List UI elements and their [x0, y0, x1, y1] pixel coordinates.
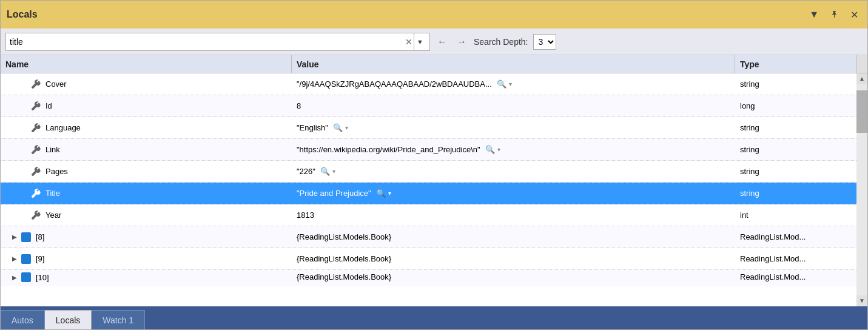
- cell-value-8: {ReadingList.Models.Book}: [292, 230, 735, 244]
- col-header-type: Type: [735, 55, 856, 73]
- col-header-value: Value: [292, 55, 735, 73]
- table-row[interactable]: Id 8 long: [1, 95, 856, 117]
- table-body: Cover "/9j/4AAQSkZJRgABAQAAAQABAAD/2wBDA…: [1, 73, 856, 306]
- cell-name-cover: Cover: [1, 77, 292, 92]
- pin-button[interactable]: 🖈: [827, 8, 843, 21]
- dropdown-value-icon[interactable]: ▾: [388, 190, 391, 197]
- scroll-down-arrow[interactable]: ▼: [856, 295, 867, 306]
- scroll-thumb[interactable]: [856, 90, 867, 133]
- cell-type-8: ReadingList.Mod...: [735, 230, 856, 244]
- cell-value-link: "https://en.wikipedia.org/wiki/Pride_and…: [292, 143, 735, 157]
- window-title: Locals: [7, 9, 38, 20]
- cell-type-link: string: [735, 143, 856, 157]
- search-bar: ✕ ▼ ← → Search Depth: 3 1 2 4 5: [1, 29, 867, 55]
- search-input-wrapper: ✕ ▼: [5, 33, 430, 51]
- cube-icon: [21, 254, 31, 264]
- wrench-icon: [31, 145, 41, 155]
- wrench-icon: [31, 123, 41, 133]
- cell-type-language: string: [735, 121, 856, 135]
- cell-type-cover: string: [735, 77, 856, 91]
- cell-value-cover: "/9j/4AAQSkZJRgABAQAAAQABAAD/2wBDAAUDBA.…: [292, 77, 735, 91]
- nav-back-button[interactable]: ←: [435, 35, 449, 49]
- col-header-name: Name: [1, 55, 292, 73]
- cell-name-pages: Pages: [1, 164, 292, 179]
- scrollbar-spacer: [856, 55, 867, 73]
- cell-type-pages: string: [735, 164, 856, 178]
- depth-select[interactable]: 3 1 2 4 5: [533, 34, 556, 50]
- dropdown-value-icon[interactable]: ▾: [509, 81, 512, 87]
- table-row[interactable]: Pages "226" 🔍 ▾ string: [1, 161, 856, 183]
- cell-name-10: ▶ [10]: [1, 270, 292, 285]
- table-row[interactable]: Language "English" 🔍 ▾ string: [1, 117, 856, 139]
- table-row[interactable]: ▶ [9] {ReadingList.Models.Book} ReadingL…: [1, 248, 856, 270]
- table-row[interactable]: ▶ [10] {ReadingList.Models.Book} Reading…: [1, 270, 856, 286]
- search-icon[interactable]: 🔍: [376, 189, 386, 198]
- expand-button[interactable]: ▶: [10, 234, 19, 240]
- cell-name-9: ▶ [9]: [1, 252, 292, 266]
- dropdown-value-icon[interactable]: ▾: [332, 168, 335, 175]
- tab-watch1[interactable]: Watch 1: [92, 310, 145, 329]
- cell-name-title: Title: [1, 186, 292, 201]
- cell-type-9: ReadingList.Mod...: [735, 252, 856, 266]
- tab-locals[interactable]: Locals: [45, 310, 92, 329]
- search-icon[interactable]: 🔍: [497, 79, 506, 89]
- dropdown-value-icon[interactable]: ▾: [497, 146, 500, 153]
- cell-type-title: string: [735, 186, 856, 200]
- search-icon[interactable]: 🔍: [320, 167, 330, 176]
- wrench-icon: [31, 167, 41, 177]
- cell-type-10: ReadingList.Mod...: [735, 270, 856, 284]
- dropdown-button[interactable]: ▼: [806, 8, 822, 21]
- table-header: Name Value Type: [1, 55, 867, 73]
- cell-type-id: long: [735, 99, 856, 113]
- tab-autos[interactable]: Autos: [1, 310, 45, 329]
- cell-value-pages: "226" 🔍 ▾: [292, 164, 735, 178]
- search-icon[interactable]: 🔍: [485, 145, 495, 154]
- table-row[interactable]: Year 1813 int: [1, 204, 856, 226]
- cell-value-language: "English" 🔍 ▾: [292, 121, 735, 135]
- wrench-icon: [31, 189, 41, 198]
- locals-window: Locals ▼ 🖈 ✕ ✕ ▼ ← → Search Depth: 3 1 2…: [0, 0, 868, 330]
- title-bar-controls: ▼ 🖈 ✕: [806, 8, 861, 22]
- cell-name-id: Id: [1, 99, 292, 113]
- cell-name-8: ▶ [8]: [1, 230, 292, 244]
- cell-type-year: int: [735, 208, 856, 222]
- table-row-title-selected[interactable]: Title "Pride and Prejudice" 🔍 ▾ string: [1, 183, 856, 204]
- wrench-icon: [31, 101, 41, 111]
- cell-name-language: Language: [1, 121, 292, 135]
- bottom-tabs: Autos Locals Watch 1: [1, 306, 867, 329]
- cell-value-9: {ReadingList.Models.Book}: [292, 252, 735, 266]
- search-clear-button[interactable]: ✕: [404, 37, 414, 47]
- wrench-icon: [31, 210, 41, 220]
- expand-button[interactable]: ▶: [10, 274, 19, 281]
- cell-name-year: Year: [1, 208, 292, 223]
- expand-button[interactable]: ▶: [10, 255, 19, 262]
- cell-value-year: 1813: [292, 208, 735, 222]
- cube-icon: [21, 232, 31, 242]
- search-dropdown-button[interactable]: ▼: [414, 33, 426, 50]
- dropdown-value-icon[interactable]: ▾: [345, 124, 348, 131]
- table-container: Name Value Type Cover "/9j/4AAQSkZJRgABA…: [1, 55, 867, 306]
- nav-forward-button[interactable]: →: [454, 35, 469, 49]
- search-input[interactable]: [10, 37, 404, 47]
- scrollbar[interactable]: ▲ ▼: [856, 73, 867, 306]
- cube-icon: [21, 272, 31, 282]
- table-row[interactable]: ▶ [8] {ReadingList.Models.Book} ReadingL…: [1, 226, 856, 248]
- table-row[interactable]: Cover "/9j/4AAQSkZJRgABAQAAAQABAAD/2wBDA…: [1, 73, 856, 95]
- cell-value-10: {ReadingList.Models.Book}: [292, 270, 735, 284]
- title-bar: Locals ▼ 🖈 ✕: [1, 1, 867, 29]
- cell-name-link: Link: [1, 143, 292, 157]
- scroll-up-arrow[interactable]: ▲: [856, 73, 867, 84]
- cell-value-id: 8: [292, 99, 735, 113]
- search-depth-label: Search Depth:: [474, 37, 528, 47]
- scroll-track: [856, 84, 867, 295]
- close-button[interactable]: ✕: [847, 8, 861, 22]
- cell-value-title: "Pride and Prejudice" 🔍 ▾: [292, 186, 735, 200]
- search-icon[interactable]: 🔍: [333, 123, 343, 132]
- table-row[interactable]: Link "https://en.wikipedia.org/wiki/Prid…: [1, 139, 856, 161]
- wrench-icon: [31, 79, 41, 89]
